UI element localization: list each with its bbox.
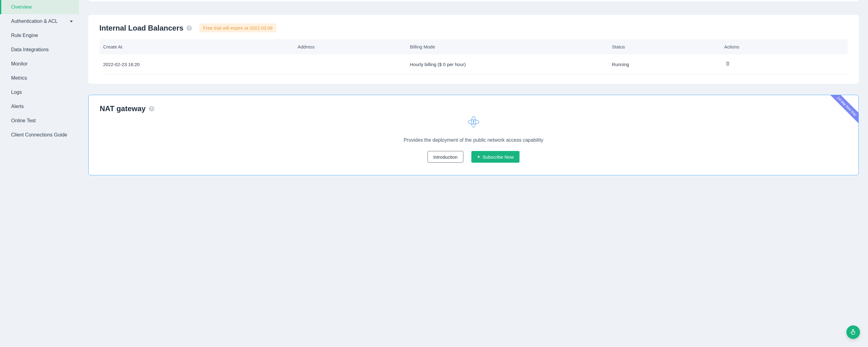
nat-body: Provides the deployment of the public ne…	[100, 116, 847, 163]
col-address: Address	[294, 39, 406, 54]
nat-gateway-card: 14-day free trial NAT gateway ? Provides…	[88, 95, 859, 175]
main-content: Internal Load Balancers ? Free trial wil…	[79, 0, 868, 347]
card-title: NAT gateway	[100, 104, 146, 113]
sidebar-item-label: Metrics	[11, 75, 27, 81]
plus-icon: +	[477, 154, 480, 159]
svg-point-2	[473, 121, 474, 123]
sidebar-item-overview[interactable]: Overview	[0, 0, 79, 14]
prev-card-bottom	[88, 0, 859, 1]
sidebar-item-label: Client Connections Guide	[11, 132, 67, 138]
sidebar-item-label: Overview	[11, 4, 32, 10]
sidebar-item-auth-acl[interactable]: Authentication & ACL	[0, 14, 79, 28]
subscribe-now-button[interactable]: + Subscribe Now	[471, 151, 520, 163]
help-fab-button[interactable]	[846, 325, 860, 339]
cell-actions	[720, 54, 848, 74]
nat-description: Provides the deployment of the public ne…	[404, 137, 544, 143]
delete-button[interactable]	[724, 60, 731, 68]
sidebar-item-label: Rule Engine	[11, 33, 38, 38]
sidebar-item-monitor[interactable]: Monitor	[0, 57, 79, 71]
col-billing-mode: Billing Mode	[406, 39, 608, 54]
card-header: Internal Load Balancers ? Free trial wil…	[99, 24, 848, 32]
nat-actions: Introduction + Subscribe Now	[428, 151, 520, 163]
chevron-down-icon	[70, 21, 73, 22]
sidebar-item-label: Logs	[11, 90, 22, 95]
sidebar: Overview Authentication & ACL Rule Engin…	[0, 0, 79, 347]
sidebar-item-label: Alerts	[11, 104, 24, 109]
internal-load-balancers-card: Internal Load Balancers ? Free trial wil…	[88, 15, 859, 84]
sidebar-item-label: Online Test	[11, 118, 36, 124]
free-trial-ribbon: 14-day free trial	[825, 95, 859, 129]
cell-create-at: 2022-02-23 16:20	[99, 54, 294, 74]
sidebar-item-label: Data Integrations	[11, 47, 49, 53]
sidebar-item-rule-engine[interactable]: Rule Engine	[0, 28, 79, 42]
card-header: NAT gateway ?	[100, 104, 847, 113]
col-create-at: Create At	[99, 39, 294, 54]
nat-gateway-icon	[467, 116, 480, 129]
subscribe-label: Subscribe Now	[483, 154, 514, 160]
col-status: Status	[608, 39, 720, 54]
cell-address	[294, 54, 406, 74]
cell-status: Running	[608, 54, 720, 74]
help-icon[interactable]: ?	[186, 25, 192, 31]
ribbon-label: 14-day free trial	[827, 95, 859, 126]
table-row: 2022-02-23 16:20 Hourly billing ($ 0 per…	[99, 54, 848, 74]
sidebar-item-data-integrations[interactable]: Data Integrations	[0, 42, 79, 57]
card-title: Internal Load Balancers	[99, 24, 183, 32]
table-header-row: Create At Address Billing Mode Status Ac…	[99, 39, 848, 54]
sidebar-item-metrics[interactable]: Metrics	[0, 71, 79, 85]
sidebar-item-client-connections-guide[interactable]: Client Connections Guide	[0, 128, 79, 142]
sidebar-item-online-test[interactable]: Online Test	[0, 114, 79, 128]
sidebar-item-logs[interactable]: Logs	[0, 85, 79, 99]
trial-expiry-badge: Free trial will expire at 2022.03.09	[199, 24, 276, 32]
load-balancers-table: Create At Address Billing Mode Status Ac…	[99, 39, 848, 74]
sidebar-item-alerts[interactable]: Alerts	[0, 99, 79, 114]
sidebar-item-label: Monitor	[11, 61, 28, 67]
hand-pointer-icon	[850, 329, 857, 336]
sidebar-item-label: Authentication & ACL	[11, 19, 58, 24]
introduction-button[interactable]: Introduction	[428, 151, 463, 163]
cell-billing-mode: Hourly billing ($ 0 per hour)	[406, 54, 608, 74]
trash-icon	[725, 61, 730, 66]
help-icon[interactable]: ?	[149, 106, 154, 112]
col-actions: Actions	[720, 39, 848, 54]
